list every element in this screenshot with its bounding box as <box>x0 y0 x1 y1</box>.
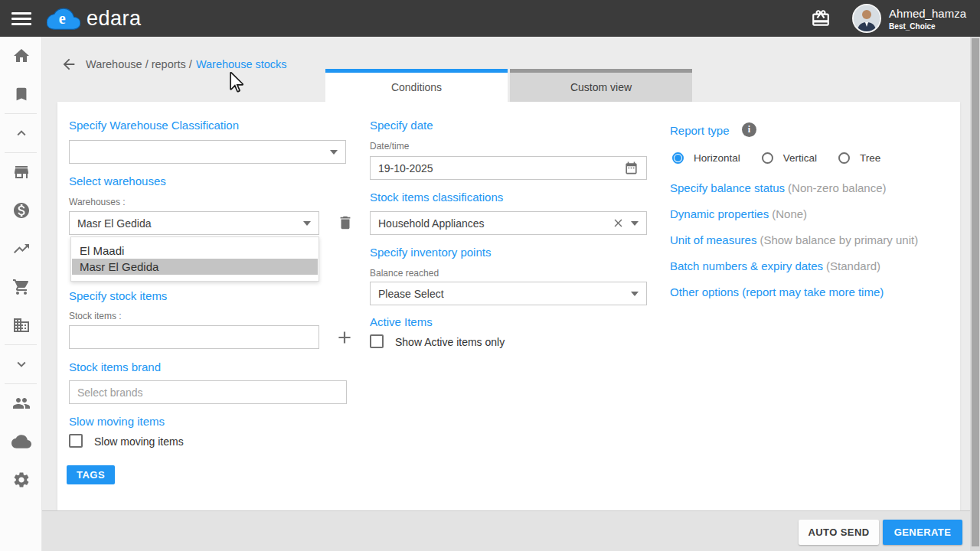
shopping-cart-icon[interactable] <box>0 268 42 306</box>
user-name: Ahmed_hamza <box>889 7 966 20</box>
warehouse-stocks-page: e edara Ahmed_hamza Best_C <box>0 0 980 551</box>
user-info[interactable]: Ahmed_hamza Best_Choice <box>889 7 966 31</box>
warehouse-classification-select[interactable] <box>69 140 346 164</box>
svg-text:e: e <box>59 10 66 27</box>
radio-horizontal[interactable] <box>672 152 684 164</box>
heading-specify-date: Specify date <box>370 119 433 132</box>
warehouses-dropdown-list: El Maadi Masr El Gedida <box>70 236 319 282</box>
chevron-down-icon <box>303 221 311 226</box>
user-subtitle: Best_Choice <box>889 22 966 31</box>
bookmark-icon[interactable] <box>0 75 42 113</box>
slow-moving-checkbox-label: Slow moving items <box>94 435 184 448</box>
warehouse-option[interactable]: El Maadi <box>72 243 318 259</box>
heading-stock-items-brand: Stock items brand <box>69 360 161 373</box>
settings-icon[interactable] <box>0 461 42 499</box>
link-suffix: (Show balance by primary unit) <box>760 233 918 246</box>
radio-horizontal-label[interactable]: Horizontal <box>694 152 740 164</box>
radio-tree[interactable] <box>838 152 850 164</box>
gift-icon[interactable] <box>808 5 834 31</box>
add-stock-item-icon[interactable] <box>334 327 355 348</box>
breadcrumb-path: Warehouse / reports / <box>86 58 192 70</box>
heading-specify-stock-items: Specify stock items <box>69 289 167 302</box>
classifications-select[interactable]: Household Appliances <box>370 211 647 235</box>
active-items-checkbox-label: Show Active items only <box>395 336 505 348</box>
link-other-options[interactable]: Other options (report may take more time… <box>670 285 887 298</box>
trending-up-icon[interactable] <box>0 230 42 268</box>
balance-reached-value: Please Select <box>378 288 631 300</box>
heading-specify-inventory-points: Specify inventory points <box>370 246 491 259</box>
vertical-scrollbar <box>970 37 980 551</box>
home-icon[interactable] <box>0 37 42 75</box>
chevron-down-icon <box>330 150 338 155</box>
report-type-radio-group: Horizontal Vertical Tree <box>672 152 880 164</box>
link-unit-of-measures[interactable]: Unit of measures(Show balance by primary… <box>670 233 918 246</box>
radio-tree-label[interactable]: Tree <box>860 152 880 164</box>
expand-less-icon[interactable] <box>0 114 42 152</box>
cloud-icon[interactable] <box>0 422 42 461</box>
link-balance-status[interactable]: Specify balance status(Non-zero balance) <box>670 181 887 194</box>
radio-vertical-label[interactable]: Vertical <box>783 152 817 164</box>
view-tabs: Conditions Custom view <box>325 69 692 102</box>
heading-active-items: Active Items <box>370 315 433 328</box>
breadcrumb: Warehouse / reports / Warehouse stocks <box>60 55 287 73</box>
date-input[interactable]: 19-10-2025 <box>370 156 647 180</box>
link-text: Unit of measures <box>670 233 756 246</box>
tags-button[interactable]: TAGS <box>67 465 115 484</box>
calendar-icon[interactable] <box>624 161 639 175</box>
chevron-down-icon <box>631 221 639 226</box>
heading-slow-moving-items: Slow moving items <box>69 415 165 428</box>
mouse-cursor <box>226 71 246 97</box>
warehouse-option[interactable]: Masr El Gedida <box>72 259 318 275</box>
brands-input[interactable] <box>69 380 347 404</box>
stock-items-input[interactable] <box>69 325 319 349</box>
heading-stock-items-classifications: Stock items classifications <box>370 191 503 204</box>
slow-moving-checkbox[interactable] <box>69 434 83 448</box>
balance-reached-label: Balance reached <box>370 268 439 279</box>
heading-report-type: Report type <box>670 124 730 137</box>
business-icon[interactable] <box>0 306 42 344</box>
warehouses-select[interactable]: Masr El Gedida <box>69 211 319 235</box>
link-text: Other options (report may take more time… <box>670 285 884 298</box>
link-suffix: (Non-zero balance) <box>788 181 886 194</box>
chevron-down-icon <box>631 292 639 296</box>
heading-warehouse-classification: Specify Warehouse Classification <box>69 119 239 132</box>
warehouses-label: Warehouses : <box>69 197 126 207</box>
expand-more-icon[interactable] <box>0 345 42 383</box>
footer-bar: AUTO SEND GENERATE <box>42 510 971 551</box>
link-dynamic-properties[interactable]: Dynamic properties(None) <box>670 207 807 220</box>
cloud-logo-icon: e <box>47 5 80 31</box>
storefront-icon[interactable] <box>0 153 42 191</box>
back-arrow-icon[interactable] <box>60 55 78 73</box>
tab-custom-view[interactable]: Custom view <box>510 69 692 102</box>
tab-conditions[interactable]: Conditions <box>325 69 508 102</box>
clear-icon[interactable] <box>612 217 625 230</box>
auto-send-button[interactable]: AUTO SEND <box>799 520 879 545</box>
monetization-icon[interactable] <box>0 191 42 230</box>
date-time-label: Date/time <box>370 141 409 152</box>
link-text: Specify balance status <box>670 181 785 194</box>
breadcrumb-current[interactable]: Warehouse stocks <box>196 58 287 70</box>
link-batch-numbers[interactable]: Batch numbers & expiry dates(Standard) <box>670 259 880 272</box>
brand-name: edara <box>87 7 142 31</box>
hamburger-bars <box>11 9 31 28</box>
warehouses-select-value: Masr El Gedida <box>77 217 303 230</box>
brand-logo[interactable]: e edara <box>47 5 142 31</box>
menu-icon[interactable] <box>0 0 42 37</box>
left-nav-sidebar <box>0 37 42 551</box>
delete-warehouse-icon[interactable] <box>335 213 355 233</box>
people-icon[interactable] <box>0 384 42 422</box>
link-text: Dynamic properties <box>670 207 769 220</box>
generate-button[interactable]: GENERATE <box>883 520 962 545</box>
balance-reached-select[interactable]: Please Select <box>370 282 647 305</box>
active-items-checkbox[interactable] <box>370 334 384 348</box>
link-suffix: (Standard) <box>826 259 880 272</box>
scrollbar-thumb[interactable] <box>972 38 979 546</box>
link-text: Batch numbers & expiry dates <box>670 259 823 272</box>
conditions-panel: Specify Warehouse Classification Select … <box>57 102 960 510</box>
radio-vertical[interactable] <box>762 152 773 164</box>
user-avatar[interactable] <box>852 4 881 33</box>
link-suffix: (None) <box>772 207 807 220</box>
stock-items-label: Stock items : <box>69 311 122 321</box>
info-icon[interactable]: i <box>742 122 756 137</box>
top-app-bar: e edara Ahmed_hamza Best_C <box>0 0 980 37</box>
